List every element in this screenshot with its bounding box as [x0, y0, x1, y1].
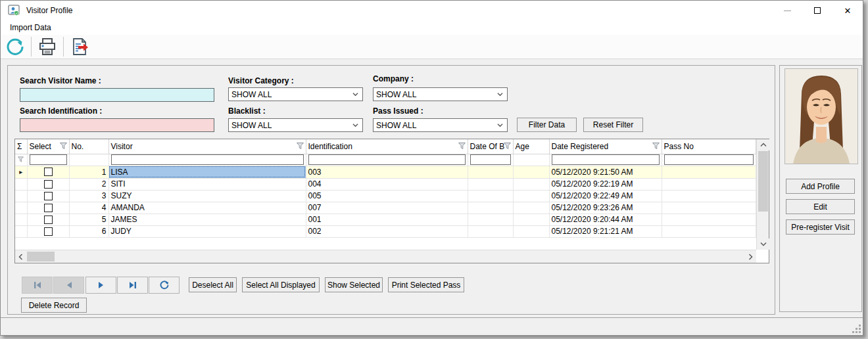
scroll-right-button[interactable]: [745, 250, 756, 263]
scroll-up-button[interactable]: [757, 139, 769, 150]
grid-filter-row: [15, 154, 756, 166]
cell-visitor[interactable]: JAMES: [108, 214, 306, 225]
column-select[interactable]: Select: [27, 139, 69, 154]
add-profile-button[interactable]: Add Profile: [786, 179, 855, 194]
nav-previous-button[interactable]: [53, 277, 84, 294]
table-row[interactable]: 2 SITI 004 05/12/2020 9:22:19 AM: [15, 178, 756, 190]
deselect-all-button[interactable]: Deselect All: [189, 277, 237, 292]
filter-date-of-b-input[interactable]: [470, 154, 511, 165]
row-select-cell[interactable]: [27, 166, 69, 178]
column-identification[interactable]: Identification: [306, 139, 468, 154]
resize-grip-icon[interactable]: [852, 325, 861, 333]
maximize-button[interactable]: [802, 1, 832, 20]
menu-import-data[interactable]: Import Data: [6, 23, 55, 32]
row-checkbox[interactable]: [44, 215, 53, 224]
cell-identification: 005: [306, 190, 468, 202]
row-select-cell[interactable]: [27, 225, 69, 237]
cell-visitor[interactable]: SITI: [108, 178, 306, 190]
pre-register-visit-button[interactable]: Pre-register Visit: [786, 219, 855, 235]
search-visitor-name-input[interactable]: [20, 88, 214, 102]
print-toolbar-button[interactable]: [33, 35, 62, 58]
cell-no: 6: [69, 225, 108, 237]
close-button[interactable]: ✕: [832, 1, 863, 20]
content-area: Search Visitor Name : Search Identificat…: [1, 59, 863, 317]
column-visitor[interactable]: Visitor: [108, 139, 306, 154]
filter-funnel-icon[interactable]: [60, 143, 67, 149]
scroll-left-button[interactable]: [15, 250, 26, 263]
cell-visitor[interactable]: JUDY: [108, 225, 306, 237]
filter-funnel-icon[interactable]: [297, 143, 304, 149]
export-toolbar-button[interactable]: [65, 35, 94, 58]
table-row[interactable]: 5 JAMES 001 05/12/2020 9:20:44 AM: [15, 214, 756, 225]
filter-funnel-icon[interactable]: [458, 143, 466, 149]
pass-issued-value: SHOW ALL: [376, 121, 416, 130]
column-age[interactable]: Age: [513, 139, 549, 154]
cell-visitor[interactable]: SUZY: [108, 190, 306, 202]
row-select-cell[interactable]: [27, 178, 69, 190]
table-row[interactable]: 4 AMANDA 007 05/12/2020 9:23:26 AM: [15, 202, 756, 214]
scroll-up-icon: [760, 143, 767, 147]
chevron-down-icon: [352, 91, 358, 97]
cell-identification: 004: [306, 178, 468, 190]
vertical-scroll-thumb[interactable]: [758, 151, 768, 212]
minimize-button[interactable]: [772, 1, 802, 20]
show-selected-button[interactable]: Show Selected: [325, 277, 383, 292]
company-label: Company :: [373, 74, 414, 83]
visitor-category-select[interactable]: SHOW ALL: [228, 87, 363, 101]
nav-last-button[interactable]: [117, 277, 148, 294]
blacklist-select[interactable]: SHOW ALL: [228, 118, 363, 132]
main-panel: Search Visitor Name : Search Identificat…: [7, 65, 775, 315]
horizontal-scroll-thumb[interactable]: [27, 252, 55, 261]
status-bar: [1, 317, 863, 335]
nav-next-button[interactable]: [85, 277, 116, 294]
scroll-down-button[interactable]: [757, 238, 769, 250]
row-checkbox[interactable]: [44, 192, 53, 200]
nav-last-icon: [128, 281, 137, 289]
row-checkbox[interactable]: [44, 227, 53, 236]
delete-record-button[interactable]: Delete Record: [21, 298, 87, 313]
row-checkbox[interactable]: [44, 168, 53, 176]
row-checkbox[interactable]: [44, 204, 53, 212]
filter-data-button[interactable]: Filter Data: [517, 118, 577, 132]
row-select-cell[interactable]: [27, 190, 69, 202]
cell-no: 4: [69, 202, 108, 214]
filter-identification-input[interactable]: [308, 154, 466, 165]
search-identification-input[interactable]: [20, 118, 214, 132]
cell-visitor[interactable]: LISA: [108, 166, 306, 178]
visitor-category-label: Visitor Category :: [228, 76, 294, 85]
scroll-left-icon: [18, 254, 23, 260]
row-select-cell[interactable]: [27, 202, 69, 214]
company-select[interactable]: SHOW ALL: [373, 87, 508, 101]
nav-refresh-button[interactable]: [149, 277, 180, 294]
refresh-toolbar-button[interactable]: [1, 35, 30, 58]
column-pass-no[interactable]: Pass No: [662, 139, 756, 154]
column-sum[interactable]: Σ: [15, 139, 27, 154]
row-select-cell[interactable]: [27, 214, 69, 225]
nav-first-button[interactable]: [22, 277, 53, 294]
vertical-scrollbar[interactable]: [756, 139, 769, 250]
title-bar: Visitor Profile ✕: [1, 1, 863, 20]
pass-issued-select[interactable]: SHOW ALL: [373, 118, 508, 132]
filter-date-registered-input[interactable]: [552, 154, 660, 165]
select-all-displayed-button[interactable]: Select All Displayed: [242, 277, 320, 292]
filter-visitor-input[interactable]: [111, 154, 304, 165]
filter-funnel-icon[interactable]: [504, 143, 511, 149]
filter-pass-no-input[interactable]: [664, 154, 754, 165]
maximize-icon: [814, 7, 821, 14]
edit-button[interactable]: Edit: [786, 199, 855, 214]
table-row[interactable]: 3 SUZY 005 05/12/2020 9:22:49 AM: [15, 190, 756, 202]
print-selected-pass-button[interactable]: Print Selected Pass: [388, 277, 464, 292]
cell-no: 3: [69, 190, 108, 202]
reset-filter-button[interactable]: Reset Filter: [583, 118, 643, 132]
table-row[interactable]: 6 JUDY 002 05/12/2020 9:21:21 AM: [15, 225, 756, 237]
table-row[interactable]: ▸ 1 LISA 003 05/12/2020 9:21:50 AM: [15, 166, 756, 178]
cell-identification: 001: [306, 214, 468, 225]
row-checkbox[interactable]: [44, 180, 53, 189]
column-date-of-b[interactable]: Date Of B: [468, 139, 513, 154]
column-date-registered[interactable]: Date Registered: [549, 139, 662, 154]
horizontal-scrollbar[interactable]: [15, 250, 756, 263]
filter-funnel-icon[interactable]: [652, 143, 660, 149]
cell-visitor[interactable]: AMANDA: [108, 202, 306, 214]
column-no[interactable]: No.: [69, 139, 108, 154]
filter-select-input[interactable]: [30, 154, 67, 165]
